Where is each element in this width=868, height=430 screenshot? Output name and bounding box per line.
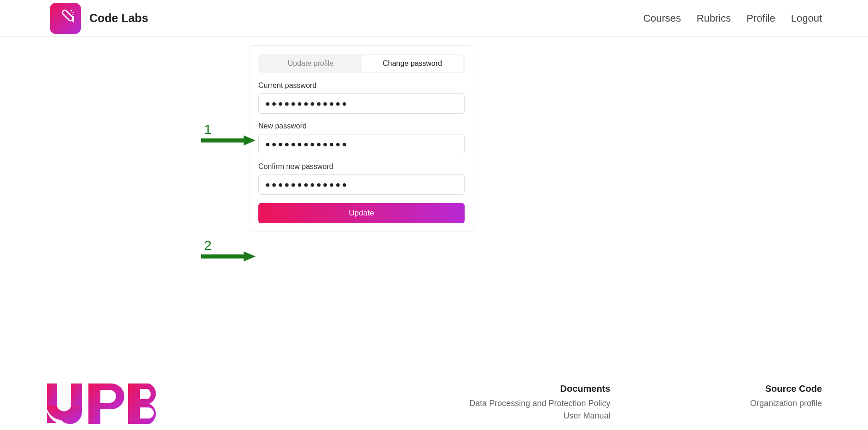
annotation-1-number: 1	[204, 122, 212, 137]
annotation-2-number: 2	[204, 238, 212, 253]
footer-link-manual[interactable]: User Manual	[297, 411, 610, 421]
new-password-input[interactable]	[258, 134, 465, 154]
main-nav: Courses Rubrics Profile Logout	[643, 12, 822, 24]
nav-logout[interactable]: Logout	[791, 12, 822, 24]
arrow-icon	[201, 135, 256, 145]
annotation-1: 1	[201, 122, 256, 145]
svg-point-4	[72, 14, 73, 15]
svg-point-2	[70, 10, 72, 11]
tab-update-profile[interactable]: Update profile	[260, 55, 361, 72]
nav-courses[interactable]: Courses	[643, 12, 681, 24]
header: Code Labs Courses Rubrics Profile Logout	[0, 0, 868, 37]
current-password-input[interactable]	[258, 93, 465, 114]
password-card: Update profile Change password Current p…	[250, 45, 473, 232]
footer-documents: Documents Data Processing and Protection…	[297, 384, 610, 430]
footer-source-title: Source Code	[750, 384, 822, 394]
field-confirm-password: Confirm new password	[258, 163, 465, 195]
footer-link-policy[interactable]: Data Processing and Protection Policy	[297, 399, 610, 408]
new-password-label: New password	[258, 122, 465, 130]
current-password-label: Current password	[258, 81, 465, 90]
tab-group: Update profile Change password	[258, 54, 465, 73]
svg-marker-8	[244, 251, 256, 261]
confirm-password-input[interactable]	[258, 174, 465, 195]
confirm-password-label: Confirm new password	[258, 163, 465, 171]
svg-point-3	[73, 12, 74, 13]
brand: Code Labs	[50, 3, 148, 34]
upb-logo-icon	[44, 384, 157, 424]
arrow-icon	[201, 251, 256, 261]
nav-profile[interactable]: Profile	[746, 12, 775, 24]
svg-rect-0	[62, 9, 74, 22]
svg-rect-11	[57, 384, 71, 404]
app-logo-icon	[50, 3, 81, 34]
annotation-2: 2	[201, 238, 256, 261]
footer-link-org[interactable]: Organization profile	[750, 399, 822, 408]
footer-documents-title: Documents	[297, 384, 610, 394]
field-current-password: Current password	[258, 81, 465, 114]
tab-change-password[interactable]: Change password	[361, 55, 463, 72]
brand-title: Code Labs	[89, 12, 148, 25]
footer-source: Source Code Organization profile	[750, 384, 822, 430]
svg-marker-6	[244, 135, 256, 145]
footer: Documents Data Processing and Protection…	[0, 375, 868, 430]
update-button[interactable]: Update	[258, 203, 465, 223]
field-new-password: New password	[258, 122, 465, 154]
nav-rubrics[interactable]: Rubrics	[697, 12, 731, 24]
main-area: Update profile Change password Current p…	[0, 37, 868, 232]
